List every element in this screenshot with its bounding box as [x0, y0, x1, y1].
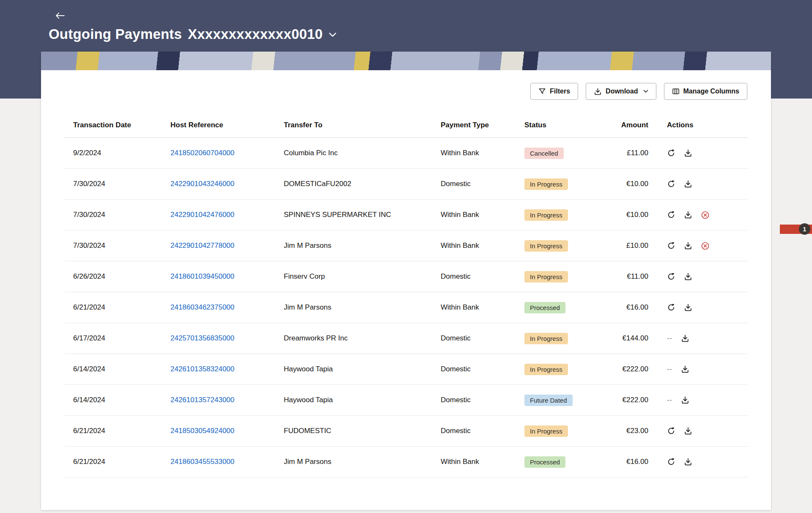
- no-action-dash: --: [667, 396, 672, 404]
- download-icon[interactable]: [684, 149, 692, 157]
- refresh-icon[interactable]: [667, 458, 675, 466]
- table-row: 6/21/2024 2418603462375000 Jim M Parsons…: [65, 292, 747, 323]
- host-reference-link[interactable]: 2422901042778000: [170, 241, 234, 250]
- cell-transfer-to: Finserv Corp: [284, 272, 441, 281]
- cell-transfer-to: SPINNEYS SUPERMARKET INC: [284, 211, 441, 219]
- cell-payment-type: Domestic: [441, 334, 524, 343]
- host-reference-link[interactable]: 2425701356835000: [170, 334, 234, 342]
- cell-transfer-to: Jim M Parsons: [284, 458, 441, 466]
- download-icon[interactable]: [684, 272, 692, 281]
- columns-icon: [672, 88, 680, 95]
- refresh-icon[interactable]: [667, 427, 675, 435]
- cell-payment-type: Domestic: [441, 396, 524, 404]
- host-reference-link[interactable]: 2418502060704000: [170, 149, 234, 157]
- cell-amount: €11.00: [599, 272, 650, 281]
- host-reference-link[interactable]: 2422901042476000: [170, 211, 234, 219]
- cell-transfer-to: FUDOMESTIC: [284, 427, 441, 435]
- no-action-dash: --: [667, 335, 672, 342]
- refresh-icon[interactable]: [667, 241, 675, 250]
- account-mask: Xxxxxxxxxxxxx0010: [188, 26, 323, 42]
- download-icon[interactable]: [681, 396, 689, 404]
- cell-actions: [650, 241, 747, 250]
- status-badge: In Progress: [524, 425, 568, 437]
- cell-transaction-date: 7/30/2024: [73, 180, 170, 188]
- column-header-transfer-to: Transfer To: [284, 121, 441, 129]
- host-reference-link[interactable]: 2418603462375000: [170, 303, 234, 311]
- download-icon[interactable]: [681, 365, 689, 373]
- status-badge: In Progress: [524, 178, 568, 190]
- cell-transfer-to: Dreamworks PR Inc: [284, 334, 441, 343]
- cell-amount: €16.00: [599, 303, 650, 312]
- download-button[interactable]: Download: [586, 83, 656, 100]
- filters-button[interactable]: Filters: [530, 83, 578, 100]
- chevron-down-icon: [329, 32, 337, 39]
- host-reference-link[interactable]: 2418503054924000: [170, 427, 234, 435]
- cell-actions: [650, 180, 747, 188]
- table-body: 9/2/2024 2418502060704000 Columbia Pic I…: [65, 138, 747, 477]
- account-selector-chevron[interactable]: [329, 29, 337, 39]
- host-reference-link[interactable]: 2426101358324000: [170, 365, 234, 373]
- cell-actions: [650, 427, 747, 435]
- table-row: 7/30/2024 2422901042476000 SPINNEYS SUPE…: [65, 200, 747, 230]
- cell-actions: [650, 272, 747, 281]
- status-badge: Future Dated: [524, 395, 573, 406]
- cell-transaction-date: 7/30/2024: [73, 211, 170, 219]
- column-header-payment-type: Payment Type: [441, 121, 524, 129]
- back-button[interactable]: [52, 10, 68, 23]
- cell-actions: [650, 458, 747, 466]
- download-icon[interactable]: [684, 241, 692, 250]
- refresh-icon[interactable]: [667, 180, 675, 188]
- refresh-icon[interactable]: [667, 149, 675, 157]
- cell-actions: --: [650, 396, 747, 404]
- cell-actions: [650, 303, 747, 312]
- cancel-icon[interactable]: [701, 211, 710, 219]
- host-reference-link[interactable]: 2418603455533000: [170, 458, 234, 466]
- no-action-dash: --: [667, 365, 672, 373]
- download-icon[interactable]: [684, 303, 692, 312]
- column-header-host-reference: Host Reference: [170, 121, 284, 129]
- table-row: 6/17/2024 2425701356835000 Dreamworks PR…: [65, 323, 747, 354]
- host-reference-link[interactable]: 2422901043246000: [170, 180, 234, 188]
- cell-actions: [650, 149, 747, 157]
- refresh-icon[interactable]: [667, 211, 675, 219]
- cell-transfer-to: DOMESTICaFU2002: [284, 180, 441, 188]
- manage-columns-button-label: Manage Columns: [683, 88, 739, 95]
- cell-payment-type: Within Bank: [441, 149, 524, 157]
- side-tab-badge[interactable]: 1: [799, 223, 810, 235]
- host-reference-link[interactable]: 2426101357243000: [170, 396, 234, 404]
- download-icon[interactable]: [684, 211, 692, 219]
- cell-transfer-to: Haywood Tapia: [284, 396, 441, 404]
- table-row: 6/14/2024 2426101358324000 Haywood Tapia…: [65, 354, 747, 385]
- cell-transaction-date: 6/14/2024: [73, 396, 170, 404]
- cell-payment-type: Within Bank: [441, 241, 524, 250]
- cell-transaction-date: 6/26/2024: [73, 272, 170, 281]
- cell-payment-type: Within Bank: [441, 211, 524, 219]
- download-icon[interactable]: [681, 334, 689, 343]
- column-header-amount: Amount: [599, 121, 650, 129]
- host-reference-link[interactable]: 2418601039450000: [170, 272, 234, 280]
- status-badge: In Progress: [524, 271, 568, 283]
- download-icon[interactable]: [684, 180, 692, 188]
- table-row: 6/14/2024 2426101357243000 Haywood Tapia…: [65, 385, 747, 416]
- cell-transaction-date: 6/21/2024: [73, 303, 170, 312]
- download-icon[interactable]: [684, 427, 692, 435]
- cancel-icon[interactable]: [701, 241, 710, 250]
- cell-amount: €222.00: [599, 396, 650, 404]
- cell-transfer-to: Jim M Parsons: [284, 303, 441, 312]
- column-header-transaction-date: Transaction Date: [73, 121, 170, 129]
- card-content: Filters Download Manage Columns: [41, 83, 771, 477]
- refresh-icon[interactable]: [667, 303, 675, 312]
- manage-columns-button[interactable]: Manage Columns: [664, 83, 747, 100]
- page-title: Outgoing Payments Xxxxxxxxxxxxx0010: [49, 26, 337, 42]
- cell-actions: --: [650, 365, 747, 373]
- cell-transaction-date: 6/14/2024: [73, 365, 170, 373]
- cell-amount: €16.00: [599, 458, 650, 466]
- status-badge: In Progress: [524, 364, 568, 375]
- cell-amount: €10.00: [599, 180, 650, 188]
- refresh-icon[interactable]: [667, 272, 675, 281]
- table-row: 6/21/2024 2418503054924000 FUDOMESTIC Do…: [65, 416, 747, 447]
- table-row: 6/26/2024 2418601039450000 Finserv Corp …: [65, 261, 747, 292]
- side-tab[interactable]: 1: [780, 225, 812, 234]
- cell-payment-type: Within Bank: [441, 458, 524, 466]
- download-icon[interactable]: [684, 458, 692, 466]
